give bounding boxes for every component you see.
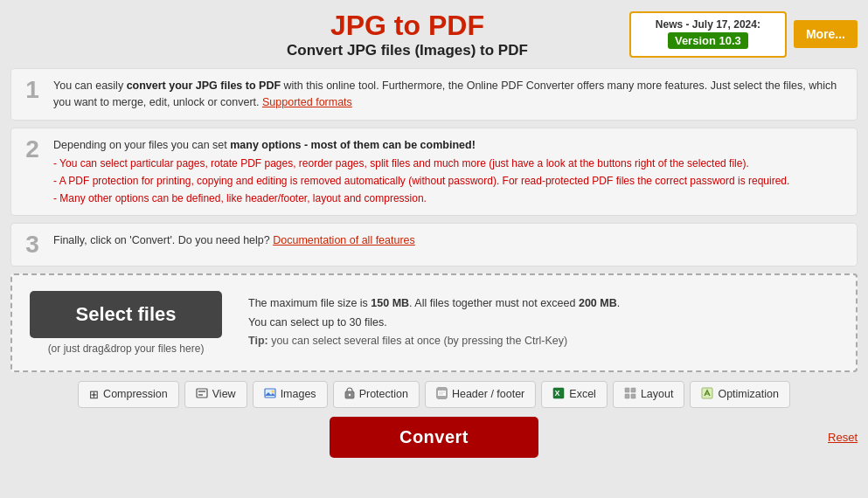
select-files-button[interactable]: Select files: [30, 291, 222, 338]
svg-rect-1: [198, 391, 205, 392]
optimization-icon: [701, 387, 713, 402]
toolbar: ⊞ Compression View Images: [10, 381, 858, 408]
drag-drop-hint: (or just drag&drop your files here): [48, 342, 205, 355]
step-3-number: 3: [20, 232, 45, 257]
news-section: News - July 17, 2024: Version 10.3 More.…: [629, 11, 858, 58]
step-2-sub-3: - Many other options can be defined, lik…: [53, 190, 846, 206]
excel-label: Excel: [569, 388, 596, 400]
protection-button[interactable]: Protection: [333, 381, 420, 408]
svg-rect-0: [197, 389, 207, 398]
step-3-content: Finally, click on 'Convert'. Do you need…: [53, 232, 846, 249]
layout-icon: [624, 387, 636, 402]
images-icon: [264, 388, 276, 401]
more-button[interactable]: More...: [794, 20, 858, 48]
images-button[interactable]: Images: [253, 381, 328, 408]
upload-area: Select files (or just drag&drop your fil…: [10, 273, 858, 372]
max-files-info: You can select up to 30 files.: [248, 314, 620, 332]
step-2-content: Depending on your files you can set many…: [53, 137, 846, 206]
header-footer-button[interactable]: Header / footer: [425, 381, 536, 408]
svg-rect-2: [198, 394, 203, 396]
header-title: JPG to PDF Convert JPG files (Images) to…: [185, 9, 629, 59]
news-box: News - July 17, 2024: Version 10.3: [629, 11, 787, 58]
header: JPG to PDF Convert JPG files (Images) to…: [10, 9, 858, 59]
images-label: Images: [281, 388, 316, 400]
svg-rect-15: [625, 388, 629, 392]
optimization-label: Optimization: [718, 388, 778, 400]
protection-label: Protection: [359, 388, 408, 400]
view-button[interactable]: View: [184, 381, 247, 408]
reset-link[interactable]: Reset: [828, 431, 858, 444]
svg-rect-17: [625, 394, 629, 398]
documentation-link[interactable]: Documentation of all features: [273, 234, 415, 246]
excel-icon: X: [552, 387, 565, 402]
step-2-number: 2: [20, 137, 45, 162]
main-container: JPG to PDF Convert JPG files (Images) to…: [0, 0, 868, 467]
svg-text:X: X: [555, 389, 560, 398]
svg-rect-10: [437, 396, 447, 398]
protection-icon: [344, 387, 355, 402]
compression-button[interactable]: ⊞ Compression: [78, 381, 179, 408]
excel-button[interactable]: X Excel: [541, 381, 608, 408]
svg-rect-3: [265, 389, 275, 398]
header-footer-label: Header / footer: [452, 388, 524, 400]
news-label: News - July 17, 2024:: [638, 18, 778, 31]
svg-point-5: [271, 390, 274, 392]
tip-info: Tip: you can select several files at onc…: [248, 332, 620, 350]
supported-formats-link[interactable]: Supported formats: [262, 96, 352, 108]
version-badge: Version 10.3: [668, 32, 748, 49]
layout-button[interactable]: Layout: [613, 381, 685, 408]
svg-rect-18: [631, 394, 635, 398]
header-footer-icon: [436, 387, 448, 402]
step-2-sub-2: - A PDF protection for printing, copying…: [53, 173, 846, 189]
view-label: View: [212, 388, 236, 400]
svg-point-7: [348, 393, 350, 395]
svg-rect-12: [439, 393, 443, 394]
step-3-box: 3 Finally, click on 'Convert'. Do you ne…: [10, 223, 858, 266]
convert-button[interactable]: Convert: [330, 417, 538, 458]
select-files-section: Select files (or just drag&drop your fil…: [30, 291, 222, 355]
page-title: JPG to PDF: [185, 9, 629, 42]
convert-section: Convert Reset: [10, 417, 858, 458]
step-1-content: You can easily convert your JPG files to…: [53, 78, 846, 111]
svg-rect-11: [439, 391, 445, 392]
step-2-box: 2 Depending on your files you can set ma…: [10, 128, 858, 216]
step-1-number: 1: [20, 78, 45, 102]
svg-rect-16: [631, 388, 635, 392]
optimization-button[interactable]: Optimization: [690, 381, 789, 408]
step-2-sub-1: - You can select particular pages, rotat…: [53, 156, 846, 171]
step-1-box: 1 You can easily convert your JPG files …: [10, 68, 858, 121]
max-size-info: The maximum file size is 150 MB. All fil…: [248, 294, 620, 313]
svg-rect-9: [437, 388, 447, 391]
layout-label: Layout: [641, 388, 674, 400]
view-icon: [196, 388, 208, 401]
compression-label: Compression: [103, 388, 168, 400]
compression-icon: ⊞: [89, 388, 99, 401]
upload-info: The maximum file size is 150 MB. All fil…: [248, 294, 620, 350]
page-subtitle: Convert JPG files (Images) to PDF: [185, 42, 629, 59]
